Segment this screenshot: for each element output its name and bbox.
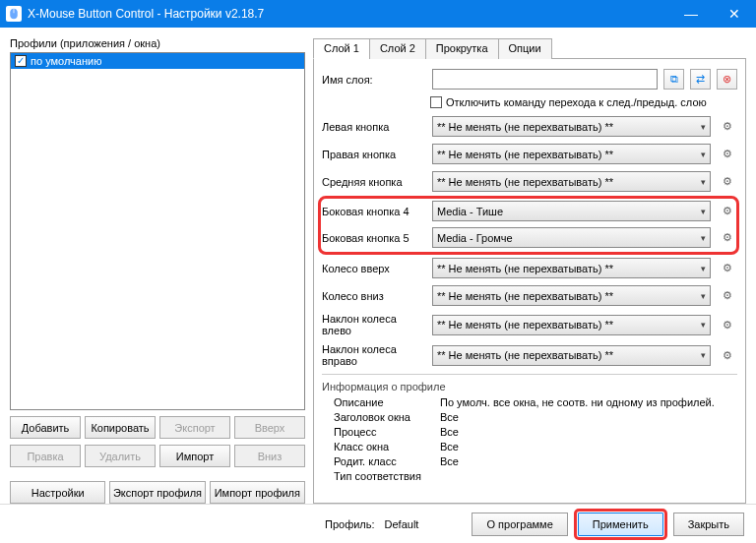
right-btn-label: Правая кнопка <box>322 149 426 160</box>
tab-layer1[interactable]: Слой 1 <box>313 38 370 59</box>
info-wt-value: Все <box>440 411 459 423</box>
mid-btn-label: Средняя кнопка <box>322 176 426 188</box>
apply-button[interactable]: Применить <box>578 513 663 536</box>
titlebar: X-Mouse Button Control - Настройки v2.18… <box>0 0 756 28</box>
wheel-up-label: Колесо вверх <box>322 263 426 274</box>
footer-profile-label: Профиль: <box>325 518 375 530</box>
profile-item-label: по умолчанию <box>31 55 101 67</box>
info-desc-value: По умолч. все окна, не соотв. ни одному … <box>440 396 715 408</box>
copy-layer-button[interactable]: ⧉ <box>663 69 684 90</box>
clear-layer-button[interactable]: ⊗ <box>717 69 737 90</box>
export-profile-button[interactable]: Экспорт профиля <box>109 481 205 504</box>
wheel-down-dropdown[interactable]: ** Не менять (не перехватывать) ** <box>432 285 711 306</box>
side5-label: Боковая кнопка 5 <box>322 232 426 244</box>
import-button[interactable]: Импорт <box>159 445 230 467</box>
left-btn-dropdown[interactable]: ** Не менять (не перехватывать) ** <box>432 116 711 137</box>
tab-options[interactable]: Опции <box>498 38 552 59</box>
info-proc-value: Все <box>440 426 459 438</box>
delete-button: Удалить <box>85 445 156 467</box>
disable-checkbox[interactable] <box>430 96 442 108</box>
tilt-left-dropdown[interactable]: ** Не менять (не перехватывать) ** <box>432 315 711 335</box>
gear-icon[interactable]: ⚙ <box>717 201 737 221</box>
window-title: X-Mouse Button Control - Настройки v2.18… <box>28 7 669 21</box>
info-match-label: Тип соответствия <box>322 470 440 482</box>
settings-button[interactable]: Настройки <box>10 481 105 504</box>
tilt-right-dropdown[interactable]: ** Не менять (не перехватывать) ** <box>432 345 711 366</box>
app-icon <box>6 6 22 22</box>
profile-list[interactable]: ✓ по умолчанию <box>10 52 305 410</box>
swap-layer-button[interactable]: ⇄ <box>690 69 711 90</box>
up-button: Вверх <box>234 416 305 439</box>
info-desc-label: Описание <box>322 396 440 408</box>
side4-label: Боковая кнопка 4 <box>322 206 426 217</box>
side5-dropdown[interactable]: Media - Громче <box>432 227 711 248</box>
tabs: Слой 1 Слой 2 Прокрутка Опции <box>313 37 746 59</box>
disable-label: Отключить команду перехода к след./преды… <box>446 96 707 108</box>
tilt-right-label: Наклон колеса вправо <box>322 343 426 367</box>
info-title: Информация о профиле <box>322 381 737 392</box>
gear-icon[interactable]: ⚙ <box>717 258 737 278</box>
left-btn-label: Левая кнопка <box>322 121 426 133</box>
add-button[interactable]: Добавить <box>10 416 81 439</box>
export-button: Экспорт <box>159 416 230 439</box>
footer: Профиль: Default О программе Применить З… <box>0 504 756 543</box>
info-cls-value: Все <box>440 441 459 452</box>
tab-layer2[interactable]: Слой 2 <box>369 38 426 59</box>
close-window-button[interactable]: ✕ <box>713 0 756 28</box>
gear-icon[interactable]: ⚙ <box>717 285 737 306</box>
close-button[interactable]: Закрыть <box>673 513 744 536</box>
tab-scroll[interactable]: Прокрутка <box>425 38 499 59</box>
gear-icon[interactable]: ⚙ <box>717 116 737 137</box>
profile-checkbox[interactable]: ✓ <box>15 55 27 67</box>
layer-name-input[interactable] <box>432 69 658 90</box>
gear-icon[interactable]: ⚙ <box>717 227 737 248</box>
info-wt-label: Заголовок окна <box>322 411 440 423</box>
info-proc-label: Процесс <box>322 426 440 438</box>
copy-button[interactable]: Копировать <box>85 416 156 439</box>
edit-button: Правка <box>10 445 81 467</box>
wheel-up-dropdown[interactable]: ** Не менять (не перехватывать) ** <box>432 258 711 278</box>
footer-profile-value: Default <box>385 518 419 530</box>
layer-name-label: Имя слоя: <box>322 74 426 86</box>
gear-icon[interactable]: ⚙ <box>717 144 737 164</box>
tilt-left-label: Наклон колеса влево <box>322 313 426 336</box>
wheel-down-label: Колесо вниз <box>322 290 426 302</box>
gear-icon[interactable]: ⚙ <box>717 345 737 366</box>
gear-icon[interactable]: ⚙ <box>717 171 737 192</box>
info-pcls-label: Родит. класс <box>322 455 440 467</box>
info-cls-label: Класс окна <box>322 441 440 452</box>
minimize-button[interactable]: — <box>669 0 713 28</box>
down-button: Вниз <box>234 445 305 467</box>
mid-btn-dropdown[interactable]: ** Не менять (не перехватывать) ** <box>432 171 711 192</box>
info-pcls-value: Все <box>440 455 459 467</box>
side4-dropdown[interactable]: Media - Тише <box>432 201 711 221</box>
about-button[interactable]: О программе <box>472 513 567 536</box>
import-profile-button[interactable]: Импорт профиля <box>210 481 305 504</box>
profiles-label: Профили (приложения / окна) <box>10 37 305 49</box>
right-btn-dropdown[interactable]: ** Не менять (не перехватывать) ** <box>432 144 711 164</box>
gear-icon[interactable]: ⚙ <box>717 315 737 335</box>
profile-item-default[interactable]: ✓ по умолчанию <box>11 53 304 69</box>
